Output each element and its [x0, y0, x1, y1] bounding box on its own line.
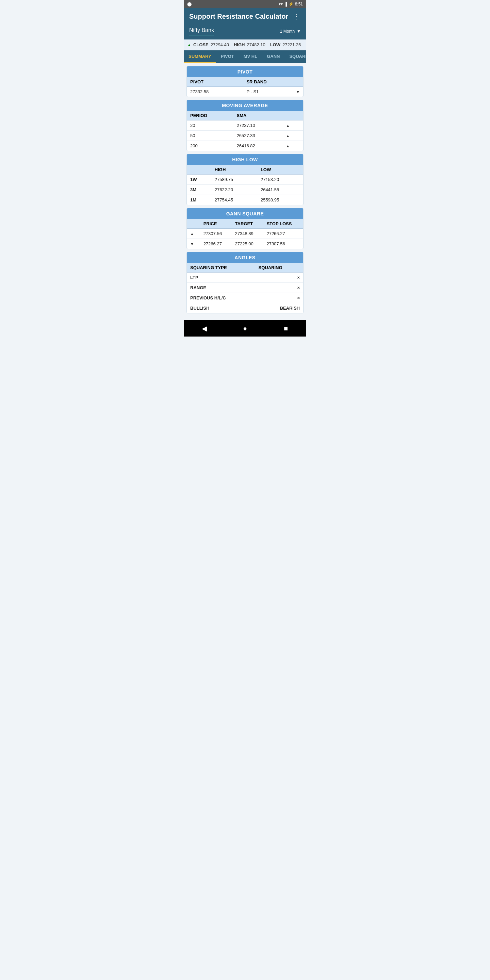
gann-price-1: 27266.27	[200, 239, 232, 249]
hl-row: 1M 27754.45 25598.95	[187, 195, 303, 205]
app-bar: Support Resistance Calculator ⋮	[184, 8, 306, 24]
angles-table: SQUARING TYPE SQUARING LTP × RANGE × PRE…	[187, 263, 303, 313]
hl-low-1: 26441.55	[257, 185, 303, 195]
wifi-icon: ▾▾	[279, 2, 283, 6]
tab-gann[interactable]: GANN	[262, 50, 285, 63]
record-icon: ⬤	[187, 2, 192, 6]
nav-bar: ◀ ● ■	[184, 320, 306, 337]
hl-period-2: 1M	[187, 195, 211, 205]
angles-type-0: LTP	[187, 272, 255, 283]
high-label: HIGH	[234, 42, 245, 47]
ma-row: 20 27237.10 ▲	[187, 121, 303, 130]
dropdown-arrow-icon: ▼	[297, 29, 301, 34]
pivot-section: PIVOT PIVOT SR BAND 27332.58 P - S1 ▼	[186, 66, 304, 97]
status-bar: ⬤ ▾▾ ▐ ⚡ 8:51	[184, 0, 306, 8]
pivot-col-pivot: PIVOT	[187, 77, 243, 87]
angles-col-squaring: SQUARING	[255, 263, 304, 272]
angles-row: LTP ×	[187, 272, 303, 283]
gann-row: ▲ 27307.56 27348.89 27266.27	[187, 229, 303, 239]
price-up-arrow-icon: ▲	[187, 43, 191, 47]
back-button[interactable]: ◀	[198, 322, 210, 334]
ma-arrow-2: ▲	[283, 141, 303, 151]
gann-header: GANN SQUARE	[187, 208, 303, 219]
hl-high-2: 27754.45	[211, 195, 257, 205]
angles-squaring-2: ×	[255, 293, 304, 303]
gann-col-dir	[187, 219, 200, 229]
pivot-value: 27332.58	[187, 87, 243, 97]
gann-section: GANN SQUARE PRICE TARGET STOP LOSS ▲ 273…	[186, 208, 304, 249]
hl-period-1: 3M	[187, 185, 211, 195]
ma-arrow-1: ▲	[283, 130, 303, 141]
ma-section: MOVING AVERAGE PERIOD SMA 20 27237.10 ▲ …	[186, 100, 304, 151]
ma-sma-2: 26416.82	[234, 141, 283, 151]
gann-stoploss-0: 27266.27	[263, 229, 303, 239]
hl-low-2: 25598.95	[257, 195, 303, 205]
time: 8:51	[295, 2, 303, 6]
ma-col-period: PERIOD	[187, 111, 234, 121]
gann-stoploss-1: 27307.56	[263, 239, 303, 249]
angles-squaring-3: BEARISH	[255, 303, 304, 313]
pivot-srband-value: P - S1	[247, 89, 259, 94]
gann-target-1: 27225.00	[232, 239, 263, 249]
tab-summary[interactable]: SUMMARY	[184, 50, 216, 63]
home-button[interactable]: ●	[239, 322, 251, 334]
highlow-section: HIGH LOW HIGH LOW 1W 27589.75 27153.20 3…	[186, 154, 304, 205]
angles-header: ANGLES	[187, 252, 303, 263]
hl-period-0: 1W	[187, 175, 211, 185]
angles-row: PREVIOUS H/L/C ×	[187, 293, 303, 303]
highlow-header: HIGH LOW	[187, 154, 303, 165]
battery-icon: ⚡	[288, 2, 294, 6]
ma-period-2: 200	[187, 141, 234, 151]
hl-row: 3M 27622.20 26441.55	[187, 185, 303, 195]
recent-button[interactable]: ■	[280, 322, 292, 334]
hl-high-0: 27589.75	[211, 175, 257, 185]
stock-row: Nifty Bank 1 Month ▼	[184, 24, 306, 40]
ma-header: MOVING AVERAGE	[187, 100, 303, 111]
pivot-srband-cell[interactable]: P - S1 ▼	[243, 87, 303, 97]
ma-col-arrow	[283, 111, 303, 121]
gann-dir-0: ▲	[187, 229, 200, 239]
menu-button[interactable]: ⋮	[293, 12, 301, 21]
ma-col-sma: SMA	[234, 111, 283, 121]
tab-squaring[interactable]: SQUARING	[285, 50, 306, 63]
stock-name[interactable]: Nifty Bank	[189, 27, 214, 35]
angles-section: ANGLES SQUARING TYPE SQUARING LTP × RANG…	[186, 252, 304, 313]
gann-col-price: PRICE	[200, 219, 232, 229]
status-left: ⬤	[187, 2, 192, 6]
pivot-header: PIVOT	[187, 66, 303, 77]
angles-col-type: SQUARING TYPE	[187, 263, 255, 272]
ma-arrow-0: ▲	[283, 121, 303, 130]
hl-row: 1W 27589.75 27153.20	[187, 175, 303, 185]
angles-squaring-1: ×	[255, 283, 304, 293]
gann-col-stoploss: STOP LOSS	[263, 219, 303, 229]
pivot-table: PIVOT SR BAND 27332.58 P - S1 ▼	[187, 77, 303, 97]
low-value: 27221.25	[282, 42, 301, 47]
close-label: CLOSE	[193, 42, 208, 47]
angles-row: RANGE ×	[187, 283, 303, 293]
high-value: 27482.10	[247, 42, 265, 47]
ma-row: 200 26416.82 ▲	[187, 141, 303, 151]
gann-price-0: 27307.56	[200, 229, 232, 239]
angles-type-2: PREVIOUS H/L/C	[187, 293, 255, 303]
angles-type-3: BULLISH	[187, 303, 255, 313]
highlow-table: HIGH LOW 1W 27589.75 27153.20 3M 27622.2…	[187, 165, 303, 205]
ma-sma-0: 27237.10	[234, 121, 283, 130]
price-bar: ▲ CLOSE 27294.40 HIGH 27482.10 LOW 27221…	[184, 40, 306, 50]
signal-icon: ▐	[284, 2, 287, 6]
ma-period-0: 20	[187, 121, 234, 130]
ma-period-1: 50	[187, 130, 234, 141]
hl-col-high: HIGH	[211, 165, 257, 175]
gann-target-0: 27348.89	[232, 229, 263, 239]
period-selector[interactable]: 1 Month ▼	[280, 29, 301, 34]
gann-row: ▼ 27266.27 27225.00 27307.56	[187, 239, 303, 249]
ma-table: PERIOD SMA 20 27237.10 ▲ 50 26527.33 ▲ 2…	[187, 111, 303, 151]
angles-row: BULLISH BEARISH	[187, 303, 303, 313]
ma-sma-1: 26527.33	[234, 130, 283, 141]
hl-col-period	[187, 165, 211, 175]
gann-col-target: TARGET	[232, 219, 263, 229]
tab-pivot[interactable]: PIVOT	[216, 50, 239, 63]
pivot-col-srband: SR BAND	[243, 77, 303, 87]
main-content: PIVOT PIVOT SR BAND 27332.58 P - S1 ▼	[184, 63, 306, 319]
tab-mv-hl[interactable]: MV HL	[239, 50, 262, 63]
angles-type-1: RANGE	[187, 283, 255, 293]
